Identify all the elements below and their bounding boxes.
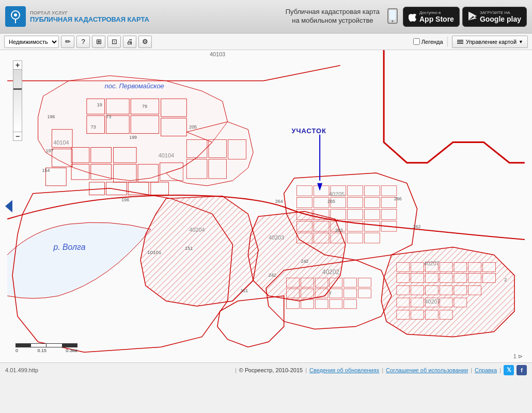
scale-label-015: 0.15 — [37, 348, 46, 353]
svg-text:151: 151 — [185, 246, 193, 251]
edit-button[interactable]: ✏ — [61, 36, 74, 48]
svg-point-1 — [14, 13, 17, 17]
footer-sep1: | — [305, 367, 307, 373]
svg-rect-106 — [454, 273, 467, 282]
site-title: ПУБЛИЧНАЯ КАДАСТРОВАЯ КАРТА — [30, 15, 149, 23]
mobile-icon — [387, 8, 398, 25]
twitter-icon[interactable]: 𝕏 — [504, 365, 514, 375]
svg-rect-98 — [440, 263, 452, 272]
svg-text:2: 2 — [504, 277, 507, 282]
svg-text:242: 242 — [269, 273, 276, 278]
svg-text:266: 266 — [394, 196, 402, 201]
svg-rect-103 — [411, 273, 424, 282]
print-button[interactable]: 🖨 — [123, 36, 136, 48]
svg-rect-112 — [440, 285, 452, 295]
svg-rect-108 — [483, 273, 496, 282]
layers-icon — [457, 38, 464, 45]
info-button[interactable]: ⊡ — [107, 36, 121, 48]
manage-map-button[interactable]: Управление картой ▼ — [452, 36, 528, 48]
header-map-description: Публичная кадастровая карта на мобильном… — [286, 8, 380, 25]
svg-rect-119 — [454, 298, 467, 307]
toolbar-right: Легенда Управление картой ▼ — [413, 36, 528, 48]
region-40104-left: 40104 — [53, 139, 69, 146]
svg-rect-118 — [440, 298, 452, 307]
grid-button[interactable]: ⊞ — [92, 36, 105, 48]
svg-rect-105 — [440, 273, 452, 282]
scale-bar: 0 0.15 0.3км — [15, 343, 77, 353]
svg-text:265: 265 — [327, 199, 335, 204]
appstore-button[interactable]: Доступно в App Store — [403, 7, 460, 27]
facebook-icon[interactable]: f — [517, 365, 527, 375]
svg-rect-111 — [425, 285, 438, 295]
svg-text:264: 264 — [275, 199, 283, 204]
svg-text:242: 242 — [301, 259, 308, 264]
footer-sep4: | — [499, 367, 501, 373]
legend-checkbox[interactable] — [413, 38, 420, 45]
zoom-scale — [13, 70, 22, 132]
svg-rect-110 — [411, 285, 424, 295]
svg-rect-96 — [411, 263, 424, 272]
logo-text: ПОРТАЛ УСЛУГ ПУБЛИЧНАЯ КАДАСТРОВАЯ КАРТА — [30, 10, 149, 23]
zoom-in-button[interactable]: + — [13, 60, 22, 70]
footer-separator: | — [235, 367, 237, 373]
svg-text:7: 7 — [329, 291, 332, 296]
svg-rect-116 — [411, 298, 424, 307]
svg-rect-115 — [397, 298, 410, 307]
map-container[interactable]: + − — [0, 50, 532, 362]
logo-area: ПОРТАЛ УСЛУГ ПУБЛИЧНАЯ КАДАСТРОВАЯ КАРТА — [5, 6, 286, 27]
svg-text:151: 151 — [240, 288, 248, 293]
svg-text:73: 73 — [106, 114, 112, 119]
footer-url: 4.01.499.http — [5, 367, 38, 373]
zoom-out-button[interactable]: − — [13, 132, 22, 141]
region-40203: 40203 — [269, 234, 284, 241]
svg-rect-120 — [397, 310, 410, 320]
page-indicator: 1 ⊳ — [513, 353, 523, 360]
region-40207-top: 40207 — [424, 260, 439, 266]
header: ПОРТАЛ УСЛУГ ПУБЛИЧНАЯ КАДАСТРОВАЯ КАРТА… — [0, 0, 532, 34]
help-link[interactable]: Справка — [475, 367, 497, 373]
uchastok-label: УЧАСТОК — [292, 127, 326, 135]
updates-link[interactable]: Сведения об обновлениях — [309, 367, 379, 373]
googleplay-button[interactable]: ЗАГРУЗИТЕ НА Google play — [462, 7, 527, 27]
footer-sep2: | — [382, 367, 383, 373]
copyright-text: © Росреестр, 2010-2015 — [239, 367, 303, 373]
svg-rect-7 — [457, 41, 463, 42]
svg-text:197: 197 — [46, 148, 54, 153]
svg-text:196: 196 — [121, 197, 129, 202]
svg-rect-8 — [457, 43, 463, 44]
logo-icon — [5, 6, 26, 27]
settlement-label: пос. Первомайское — [105, 82, 164, 90]
svg-rect-109 — [397, 285, 410, 295]
svg-text:19: 19 — [97, 102, 102, 107]
svg-rect-104 — [425, 273, 438, 282]
svg-rect-114 — [468, 285, 481, 295]
footer-sep3: | — [471, 367, 472, 373]
svg-rect-99 — [454, 263, 467, 272]
svg-rect-113 — [454, 285, 467, 295]
agreement-link[interactable]: Соглашение об использовании — [386, 367, 468, 373]
region-40104-right: 40104 — [159, 152, 174, 158]
scale-label-03km: 0.3км — [66, 348, 77, 353]
property-type-select[interactable]: Недвижимость — [4, 36, 59, 48]
svg-text:10101: 10101 — [147, 249, 162, 255]
toolbar: Недвижимость ✏ ? ⊞ ⊡ 🖨 ⚙ Легенда Управле… — [0, 34, 532, 50]
region-40207-bot: 40207 — [425, 298, 440, 305]
svg-text:154: 154 — [42, 168, 50, 173]
svg-rect-123 — [440, 310, 452, 320]
svg-rect-122 — [425, 310, 438, 320]
footer-right: | © Росреестр, 2010-2015 | Сведения об о… — [235, 365, 527, 375]
svg-rect-107 — [468, 273, 481, 282]
help-button[interactable]: ? — [76, 36, 90, 48]
region-40103: 40103 — [210, 51, 225, 57]
svg-text:263: 263 — [335, 228, 343, 233]
svg-point-5 — [392, 20, 393, 22]
svg-text:199: 199 — [129, 135, 137, 140]
settings-button[interactable]: ⚙ — [138, 36, 152, 48]
header-right: Публичная кадастровая карта на мобильном… — [286, 7, 527, 27]
map-svg: пос. Первомайское УЧАСТОК р. Волга 40103… — [0, 50, 532, 362]
legend-checkbox-label[interactable]: Легенда — [413, 38, 443, 45]
svg-rect-6 — [457, 40, 463, 41]
region-40204: 40204 — [189, 227, 205, 233]
chevron-down-icon: ▼ — [519, 39, 523, 44]
zoom-controls: + − — [13, 60, 22, 141]
